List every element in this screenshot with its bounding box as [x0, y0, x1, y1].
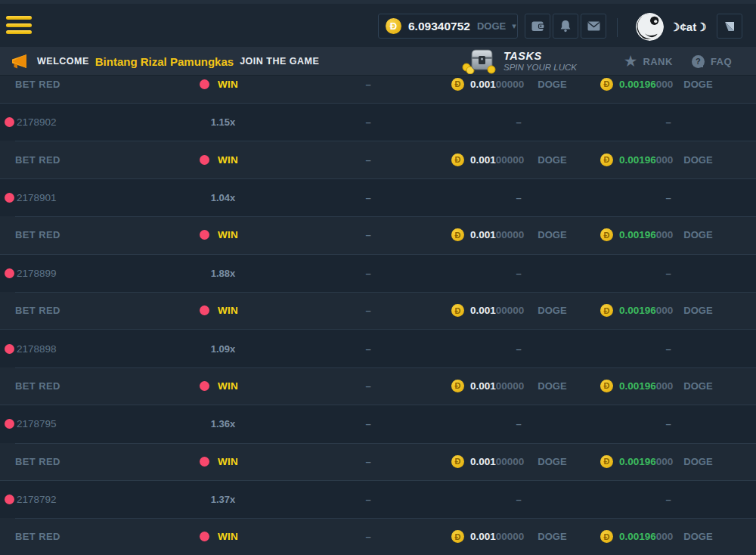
bet-type-cell: BET RED	[5, 216, 60, 253]
doge-coin-icon: Ɖ	[451, 304, 464, 317]
bet-type-label: BET RED	[15, 456, 60, 467]
bet-type-cell: BET RED	[5, 443, 60, 480]
wallet-button[interactable]	[525, 14, 550, 39]
bet-type-cell: BET RED	[5, 367, 60, 405]
user-menu[interactable]: ☽¢at☽ ▾	[670, 4, 723, 51]
table-row-bet: BET RED WIN – Ɖ 0.00100000 DOGE Ɖ 0.0019…	[0, 443, 756, 480]
result-dot	[200, 381, 209, 391]
live-chat-button[interactable]	[717, 14, 742, 39]
bet-amount-cell: Ɖ 0.00100000 DOGE	[451, 518, 567, 555]
result-cell: WIN	[200, 518, 238, 555]
doge-coin-icon: Ɖ	[600, 153, 613, 166]
empty-cell: –	[648, 179, 689, 216]
empty-cell: –	[648, 405, 689, 442]
doge-coin-icon: Ɖ	[386, 18, 401, 34]
round-multiplier: 1.15x	[181, 104, 265, 141]
bet-type-cell: BET RED	[5, 141, 60, 178]
top-bar: Ɖ 6.09340752 DOGE ▾	[0, 0, 756, 47]
round-status-dot	[5, 344, 14, 354]
tasks-widget[interactable]: TASKS SPIN YOUR LUCK	[461, 47, 577, 76]
round-id: 2178899	[17, 268, 57, 279]
round-multiplier: 1.04x	[181, 179, 265, 216]
player-name: Bintang Rizal Pamungkas	[95, 55, 234, 68]
result-label: WIN	[218, 229, 238, 240]
bet-amount: 0.00100000	[470, 305, 524, 316]
bet-amount: 0.00100000	[470, 456, 524, 467]
profit-currency: DOGE	[683, 456, 712, 467]
profit-currency: DOGE	[683, 79, 712, 90]
empty-cell: –	[348, 76, 389, 103]
faq-link[interactable]: ? FAQ	[692, 47, 732, 76]
profit-amount: 0.00196000	[619, 229, 673, 240]
empty-cell: –	[648, 330, 689, 367]
bet-currency: DOGE	[538, 79, 566, 90]
doge-coin-icon: Ɖ	[600, 78, 613, 91]
bet-currency: DOGE	[538, 154, 566, 166]
result-dot	[200, 155, 209, 165]
round-multiplier: 1.88x	[181, 255, 265, 292]
round-cell: 2178792	[5, 481, 57, 518]
profit-amount: 0.00196000	[619, 531, 673, 542]
table-row-round: 2178902 1.15x – – –	[0, 103, 756, 141]
profit-currency: DOGE	[683, 229, 712, 240]
bell-icon	[559, 20, 572, 33]
username-label: ☽¢at☽	[670, 20, 707, 34]
bet-amount-cell: Ɖ 0.00100000 DOGE	[451, 292, 567, 329]
empty-cell: –	[498, 481, 539, 518]
result-cell: WIN	[200, 443, 238, 480]
avatar[interactable]	[636, 13, 664, 41]
hamburger-bar	[6, 16, 32, 20]
round-status-dot	[5, 495, 14, 504]
round-multiplier: 1.36x	[181, 405, 265, 442]
profit-amount: 0.00196000	[619, 154, 673, 166]
result-dot	[200, 230, 209, 240]
empty-cell: –	[348, 141, 389, 178]
bet-amount: 0.00100000	[470, 154, 524, 166]
doge-coin-icon: Ɖ	[451, 455, 464, 468]
result-cell: WIN	[200, 216, 238, 253]
notifications-button[interactable]	[553, 14, 578, 39]
balance-selector[interactable]: Ɖ 6.09340752 DOGE ▾	[378, 14, 518, 39]
welcome-message: WELCOME Bintang Rizal Pamungkas JOIN THE…	[37, 47, 319, 76]
chevron-down-icon: ▾	[512, 22, 516, 30]
bet-amount: 0.00100000	[470, 531, 524, 542]
round-status-dot	[5, 117, 14, 127]
doge-coin-icon: Ɖ	[451, 380, 464, 392]
round-status-dot	[5, 268, 14, 278]
casino-bet-history-page: Ɖ 6.09340752 DOGE ▾	[0, 0, 756, 555]
empty-cell: –	[348, 405, 389, 442]
empty-cell: –	[648, 255, 689, 292]
bet-amount-cell: Ɖ 0.00100000 DOGE	[451, 76, 567, 103]
round-cell: 2178902	[5, 104, 57, 141]
table-row-bet: BET RED WIN – Ɖ 0.00100000 DOGE Ɖ 0.0019…	[0, 518, 756, 555]
empty-cell: –	[348, 179, 389, 216]
hamburger-menu-button[interactable]	[6, 16, 32, 36]
bet-amount: 0.00100000	[470, 380, 524, 392]
top-bar-divider	[617, 18, 618, 37]
profit-amount: 0.00196000	[619, 79, 673, 90]
empty-cell: –	[348, 255, 389, 292]
question-icon: ?	[692, 55, 705, 68]
messages-button[interactable]	[581, 14, 606, 39]
bet-currency: DOGE	[538, 531, 566, 542]
welcome-suffix: JOIN THE GAME	[240, 56, 319, 67]
profit-amount-cell: Ɖ 0.00196000 DOGE	[600, 141, 713, 178]
profit-amount: 0.00196000	[619, 305, 673, 316]
rank-link[interactable]: ★ RANK	[624, 47, 673, 76]
profit-currency: DOGE	[683, 531, 712, 542]
profit-amount-cell: Ɖ 0.00196000 DOGE	[600, 518, 713, 555]
result-dot	[200, 532, 209, 541]
result-label: WIN	[218, 154, 238, 166]
result-cell: WIN	[200, 76, 238, 103]
result-cell: WIN	[200, 292, 238, 329]
table-row-round: 2178899 1.88x – – –	[0, 254, 756, 292]
bet-amount: 0.00100000	[470, 79, 524, 90]
megaphone-icon	[10, 54, 28, 70]
table-row-round: 2178792 1.37x – – –	[0, 480, 756, 518]
doge-coin-icon: Ɖ	[600, 228, 613, 241]
profit-amount-cell: Ɖ 0.00196000 DOGE	[600, 367, 713, 405]
doge-coin-icon: Ɖ	[451, 228, 464, 241]
table-row-bet: BET RED WIN – Ɖ 0.00100000 DOGE Ɖ 0.0019…	[0, 76, 756, 103]
bet-type-cell: BET RED	[5, 292, 60, 329]
bet-amount-cell: Ɖ 0.00100000 DOGE	[451, 443, 567, 480]
